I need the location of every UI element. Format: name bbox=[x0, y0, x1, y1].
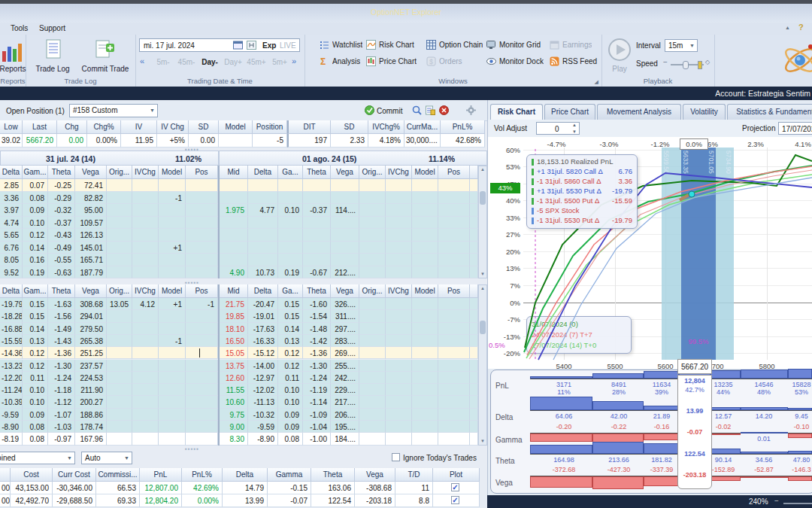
grid-cell[interactable] bbox=[438, 179, 470, 192]
grid-cell[interactable] bbox=[132, 179, 159, 192]
grid-cell[interactable]: 0.09 bbox=[23, 204, 48, 217]
grid-cell[interactable] bbox=[386, 217, 412, 230]
grid-cell[interactable] bbox=[412, 372, 438, 384]
grid-cell[interactable] bbox=[278, 192, 303, 205]
grid-cell[interactable]: -1.60 bbox=[303, 298, 331, 310]
grid-cell[interactable]: -1.24 bbox=[48, 372, 75, 384]
grid-cell[interactable] bbox=[359, 310, 386, 322]
trading-date-value[interactable]: mi. 17 jul. 2024 bbox=[144, 41, 195, 50]
grid-cell[interactable] bbox=[107, 254, 132, 266]
grid-cell[interactable] bbox=[386, 254, 412, 266]
grid-cell[interactable] bbox=[132, 266, 159, 279]
grid-cell[interactable] bbox=[438, 360, 470, 372]
grid-cell[interactable] bbox=[107, 204, 132, 217]
calendar-icon[interactable] bbox=[233, 41, 243, 50]
scrollbar-thumb[interactable] bbox=[480, 321, 486, 334]
grid-cell[interactable]: 229.... bbox=[331, 384, 359, 396]
grid-cell[interactable] bbox=[107, 433, 132, 445]
help-icon[interactable]: ? bbox=[798, 23, 804, 32]
grid-cell[interactable]: -0.25 bbox=[48, 179, 75, 192]
grid-cell[interactable]: -19.01 bbox=[248, 310, 278, 322]
grid-cell[interactable] bbox=[412, 254, 438, 266]
grid-cell[interactable]: 0.14 bbox=[278, 323, 303, 335]
grid-cell[interactable] bbox=[438, 217, 470, 230]
grid-cell[interactable] bbox=[386, 204, 412, 217]
grid-cell[interactable]: 4.77 bbox=[248, 204, 278, 217]
grid-cell[interactable] bbox=[438, 192, 470, 205]
grid-cell[interactable] bbox=[412, 298, 438, 310]
grid-cell[interactable] bbox=[159, 323, 186, 335]
grid-cell[interactable] bbox=[132, 204, 159, 217]
grid-cell[interactable] bbox=[107, 323, 132, 335]
grid-cell[interactable]: 217.... bbox=[331, 396, 359, 408]
grid-cell[interactable] bbox=[359, 179, 386, 192]
grid-cell[interactable] bbox=[412, 229, 438, 242]
date-nav-day-[interactable]: Day- bbox=[198, 58, 221, 66]
grid-cell[interactable] bbox=[186, 384, 218, 396]
grid-cell[interactable] bbox=[359, 242, 386, 254]
grid-cell[interactable] bbox=[331, 217, 359, 230]
time-step-icon[interactable] bbox=[247, 41, 256, 50]
grid-cell[interactable]: 0.10 bbox=[278, 384, 303, 396]
grid-cell[interactable]: 9.00 bbox=[220, 421, 248, 433]
grid-cell[interactable] bbox=[438, 372, 470, 384]
grid-cell[interactable]: 326.... bbox=[331, 298, 359, 310]
grid-cell[interactable]: 18.10 bbox=[220, 323, 248, 335]
grid-cell[interactable]: 165.71 bbox=[75, 254, 107, 266]
grid-cell[interactable]: -1.18 bbox=[48, 384, 75, 396]
grid-cell[interactable] bbox=[331, 242, 359, 254]
grid-cell[interactable] bbox=[412, 384, 438, 396]
vol-adjust-spinner[interactable]: 0 ▲ ▼ bbox=[536, 122, 580, 135]
grid-cell[interactable]: -15.12 bbox=[248, 347, 278, 359]
grid-cell[interactable] bbox=[412, 217, 438, 230]
grid-cell[interactable]: 0.14 bbox=[23, 323, 48, 335]
grid-cell[interactable] bbox=[248, 242, 278, 254]
grid-cell[interactable]: 21.75 bbox=[220, 298, 248, 310]
grid-cell[interactable]: 0.11 bbox=[23, 372, 48, 384]
tab-statistics-fundamentals[interactable]: Statistics & Fundamentals bbox=[727, 104, 812, 120]
grid-cell[interactable]: 16.50 bbox=[220, 335, 248, 347]
grid-cell[interactable] bbox=[107, 266, 132, 279]
current-price-marker[interactable] bbox=[689, 191, 695, 197]
grid-cell[interactable] bbox=[132, 217, 159, 230]
grid-cell[interactable] bbox=[438, 433, 470, 445]
grid-cell[interactable]: -1.36 bbox=[303, 347, 331, 359]
grid-cell[interactable]: -8.90 bbox=[248, 433, 278, 445]
grid-cell[interactable]: 200.27 bbox=[75, 396, 107, 408]
grid-cell[interactable] bbox=[359, 266, 386, 279]
grid-cell[interactable]: 167.96 bbox=[75, 433, 107, 445]
grid-cell[interactable] bbox=[159, 433, 186, 445]
grid-cell[interactable] bbox=[278, 217, 303, 230]
grid-cell[interactable]: -1.49 bbox=[48, 323, 75, 335]
grid-cell[interactable] bbox=[220, 242, 248, 254]
grid-cell[interactable]: 188.86 bbox=[75, 409, 107, 421]
grid-cell[interactable]: 0.16 bbox=[23, 254, 48, 266]
grid-cell[interactable] bbox=[159, 384, 186, 396]
grid-cell[interactable]: -8.90 bbox=[0, 421, 23, 433]
grid-cell[interactable]: 0.14 bbox=[23, 242, 48, 254]
tab-movement-analysis[interactable]: Movement Analysis bbox=[597, 104, 681, 120]
grid-cell[interactable]: 0.12 bbox=[23, 347, 48, 359]
grid-cell[interactable] bbox=[303, 192, 331, 205]
grid-cell[interactable] bbox=[107, 192, 132, 205]
grid-cell[interactable]: 0.12 bbox=[23, 360, 48, 372]
grid-cell[interactable] bbox=[159, 396, 186, 408]
grid-cell[interactable]: -14.00 bbox=[248, 360, 278, 372]
grid-cell[interactable]: -0.29 bbox=[48, 192, 75, 205]
grid-cell[interactable] bbox=[386, 266, 412, 279]
grid-cell[interactable] bbox=[412, 204, 438, 217]
grid-cell[interactable] bbox=[248, 192, 278, 205]
grid-cell[interactable] bbox=[386, 360, 412, 372]
grid-cell[interactable] bbox=[159, 421, 186, 433]
speed-slider-marker[interactable] bbox=[698, 61, 702, 69]
grid-cell[interactable]: -1.09 bbox=[303, 409, 331, 421]
grid-cell[interactable]: -12.02 bbox=[248, 384, 278, 396]
grid-cell[interactable] bbox=[359, 433, 386, 445]
grid-cell[interactable]: -0.43 bbox=[48, 229, 75, 242]
grid-cell[interactable] bbox=[303, 254, 331, 266]
grid-cell[interactable] bbox=[186, 266, 218, 279]
grid-cell[interactable]: -1.24 bbox=[303, 372, 331, 384]
group-expand-icon[interactable]: ◢ bbox=[595, 79, 598, 85]
grid-cell[interactable]: -9.59 bbox=[248, 421, 278, 433]
plot-checkbox[interactable]: ✓ bbox=[451, 496, 459, 504]
